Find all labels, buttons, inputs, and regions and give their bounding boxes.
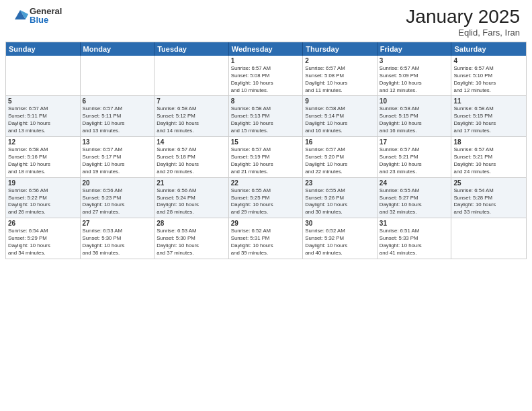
calendar-cell: 20Sunrise: 6:56 AM Sunset: 5:23 PM Dayli… xyxy=(81,178,155,218)
day-info: Sunrise: 6:58 AM Sunset: 5:14 PM Dayligh… xyxy=(305,105,375,135)
calendar-cell: 23Sunrise: 6:55 AM Sunset: 5:26 PM Dayli… xyxy=(303,178,378,218)
day-info: Sunrise: 6:57 AM Sunset: 5:20 PM Dayligh… xyxy=(305,146,375,176)
day-info: Sunrise: 6:57 AM Sunset: 5:10 PM Dayligh… xyxy=(453,65,524,95)
day-number: 20 xyxy=(83,179,152,187)
day-number: 25 xyxy=(453,179,524,187)
day-info: Sunrise: 6:57 AM Sunset: 5:08 PM Dayligh… xyxy=(305,65,375,95)
calendar-cell: 30Sunrise: 6:52 AM Sunset: 5:32 PM Dayli… xyxy=(303,218,378,259)
day-number: 23 xyxy=(305,179,375,187)
day-number: 1 xyxy=(231,57,301,64)
day-info: Sunrise: 6:54 AM Sunset: 5:28 PM Dayligh… xyxy=(453,187,524,217)
day-info: Sunrise: 6:53 AM Sunset: 5:30 PM Dayligh… xyxy=(157,228,226,257)
day-number: 27 xyxy=(83,220,152,227)
calendar-cell: 9Sunrise: 6:58 AM Sunset: 5:14 PM Daylig… xyxy=(303,96,378,136)
day-info: Sunrise: 6:58 AM Sunset: 5:16 PM Dayligh… xyxy=(8,146,78,176)
weekday-header: Tuesday xyxy=(154,42,229,56)
day-info: Sunrise: 6:52 AM Sunset: 5:31 PM Dayligh… xyxy=(231,228,301,257)
day-number: 28 xyxy=(157,220,226,227)
day-number: 7 xyxy=(157,97,226,105)
calendar-cell: 11Sunrise: 6:58 AM Sunset: 5:15 PM Dayli… xyxy=(451,96,526,136)
day-number: 31 xyxy=(380,220,449,227)
calendar-cell: 15Sunrise: 6:57 AM Sunset: 5:19 PM Dayli… xyxy=(229,137,304,177)
calendar-header: SundayMondayTuesdayWednesdayThursdayFrid… xyxy=(6,42,526,56)
day-info: Sunrise: 6:55 AM Sunset: 5:26 PM Dayligh… xyxy=(305,187,375,217)
calendar-cell xyxy=(81,56,155,96)
calendar-cell: 24Sunrise: 6:55 AM Sunset: 5:27 PM Dayli… xyxy=(378,178,452,218)
day-info: Sunrise: 6:51 AM Sunset: 5:33 PM Dayligh… xyxy=(380,228,449,257)
day-number: 18 xyxy=(453,138,524,146)
calendar-cell: 18Sunrise: 6:57 AM Sunset: 5:21 PM Dayli… xyxy=(451,137,526,177)
day-info: Sunrise: 6:57 AM Sunset: 5:18 PM Dayligh… xyxy=(157,146,226,176)
day-info: Sunrise: 6:56 AM Sunset: 5:23 PM Dayligh… xyxy=(83,187,152,217)
day-info: Sunrise: 6:58 AM Sunset: 5:15 PM Dayligh… xyxy=(380,105,449,135)
weekday-header: Wednesday xyxy=(229,42,304,56)
day-number: 29 xyxy=(231,220,301,227)
day-number: 24 xyxy=(380,179,449,187)
calendar-cell: 10Sunrise: 6:58 AM Sunset: 5:15 PM Dayli… xyxy=(378,96,452,136)
calendar-cell: 26Sunrise: 6:54 AM Sunset: 5:29 PM Dayli… xyxy=(6,218,81,259)
calendar-week: 26Sunrise: 6:54 AM Sunset: 5:29 PM Dayli… xyxy=(6,218,526,259)
calendar-cell: 13Sunrise: 6:57 AM Sunset: 5:17 PM Dayli… xyxy=(81,137,155,177)
day-number: 21 xyxy=(157,179,226,187)
weekday-header: Friday xyxy=(378,42,452,56)
day-number: 9 xyxy=(305,97,375,105)
day-number: 2 xyxy=(305,57,375,64)
calendar-title: January 2025 xyxy=(406,7,520,28)
calendar-cell: 28Sunrise: 6:53 AM Sunset: 5:30 PM Dayli… xyxy=(154,218,229,259)
calendar-cell: 25Sunrise: 6:54 AM Sunset: 5:28 PM Dayli… xyxy=(451,178,526,218)
calendar-body: 1Sunrise: 6:57 AM Sunset: 5:08 PM Daylig… xyxy=(6,56,526,259)
day-info: Sunrise: 6:57 AM Sunset: 5:21 PM Dayligh… xyxy=(453,146,524,176)
day-info: Sunrise: 6:58 AM Sunset: 5:12 PM Dayligh… xyxy=(157,105,226,135)
calendar: SundayMondayTuesdayWednesdayThursdayFrid… xyxy=(0,42,532,411)
day-info: Sunrise: 6:55 AM Sunset: 5:25 PM Dayligh… xyxy=(231,187,301,217)
calendar-cell: 21Sunrise: 6:56 AM Sunset: 5:24 PM Dayli… xyxy=(154,178,229,218)
calendar-week: 19Sunrise: 6:56 AM Sunset: 5:22 PM Dayli… xyxy=(6,178,526,219)
calendar-cell: 2Sunrise: 6:57 AM Sunset: 5:08 PM Daylig… xyxy=(303,56,378,96)
calendar-cell xyxy=(451,218,526,259)
day-info: Sunrise: 6:53 AM Sunset: 5:30 PM Dayligh… xyxy=(83,228,152,257)
day-info: Sunrise: 6:54 AM Sunset: 5:29 PM Dayligh… xyxy=(8,228,78,257)
calendar-cell: 7Sunrise: 6:58 AM Sunset: 5:12 PM Daylig… xyxy=(154,96,229,136)
day-number: 16 xyxy=(305,138,375,146)
day-number: 4 xyxy=(453,57,524,64)
calendar-cell: 17Sunrise: 6:57 AM Sunset: 5:21 PM Dayli… xyxy=(378,137,452,177)
day-number: 5 xyxy=(8,97,78,105)
day-number: 30 xyxy=(305,220,375,227)
day-number: 17 xyxy=(380,138,449,146)
day-info: Sunrise: 6:57 AM Sunset: 5:17 PM Dayligh… xyxy=(83,146,152,176)
calendar-cell: 22Sunrise: 6:55 AM Sunset: 5:25 PM Dayli… xyxy=(229,178,304,218)
day-info: Sunrise: 6:57 AM Sunset: 5:21 PM Dayligh… xyxy=(380,146,449,176)
calendar-subtitle: Eqlid, Fars, Iran xyxy=(406,28,520,38)
calendar-cell: 1Sunrise: 6:57 AM Sunset: 5:08 PM Daylig… xyxy=(229,56,304,96)
logo: General Blue xyxy=(12,7,62,24)
day-number: 22 xyxy=(231,179,301,187)
day-number: 14 xyxy=(157,138,226,146)
weekday-header: Monday xyxy=(81,42,155,56)
day-info: Sunrise: 6:55 AM Sunset: 5:27 PM Dayligh… xyxy=(380,187,449,217)
day-info: Sunrise: 6:58 AM Sunset: 5:13 PM Dayligh… xyxy=(231,105,301,135)
calendar-cell: 14Sunrise: 6:57 AM Sunset: 5:18 PM Dayli… xyxy=(154,137,229,177)
day-number: 19 xyxy=(8,179,78,187)
calendar-cell: 31Sunrise: 6:51 AM Sunset: 5:33 PM Dayli… xyxy=(378,218,452,259)
calendar-cell: 8Sunrise: 6:58 AM Sunset: 5:13 PM Daylig… xyxy=(229,96,304,136)
calendar-cell: 6Sunrise: 6:57 AM Sunset: 5:11 PM Daylig… xyxy=(81,96,155,136)
calendar-cell: 16Sunrise: 6:57 AM Sunset: 5:20 PM Dayli… xyxy=(303,137,378,177)
calendar-week: 1Sunrise: 6:57 AM Sunset: 5:08 PM Daylig… xyxy=(6,56,526,97)
day-number: 3 xyxy=(380,57,449,64)
calendar-cell xyxy=(154,56,229,96)
header: General Blue January 2025 Eqlid, Fars, I… xyxy=(0,0,532,42)
day-number: 11 xyxy=(453,97,524,105)
weekday-header: Thursday xyxy=(303,42,378,56)
day-number: 6 xyxy=(83,97,152,105)
calendar-cell: 3Sunrise: 6:57 AM Sunset: 5:09 PM Daylig… xyxy=(378,56,452,96)
calendar-cell: 29Sunrise: 6:52 AM Sunset: 5:31 PM Dayli… xyxy=(229,218,304,259)
day-info: Sunrise: 6:56 AM Sunset: 5:22 PM Dayligh… xyxy=(8,187,78,217)
day-number: 15 xyxy=(231,138,301,146)
day-number: 12 xyxy=(8,138,78,146)
day-info: Sunrise: 6:57 AM Sunset: 5:11 PM Dayligh… xyxy=(8,105,78,135)
calendar-cell xyxy=(6,56,81,96)
calendar-cell: 27Sunrise: 6:53 AM Sunset: 5:30 PM Dayli… xyxy=(81,218,155,259)
logo-blue: Blue xyxy=(30,15,62,24)
day-number: 26 xyxy=(8,220,78,227)
page: General Blue January 2025 Eqlid, Fars, I… xyxy=(0,0,532,411)
